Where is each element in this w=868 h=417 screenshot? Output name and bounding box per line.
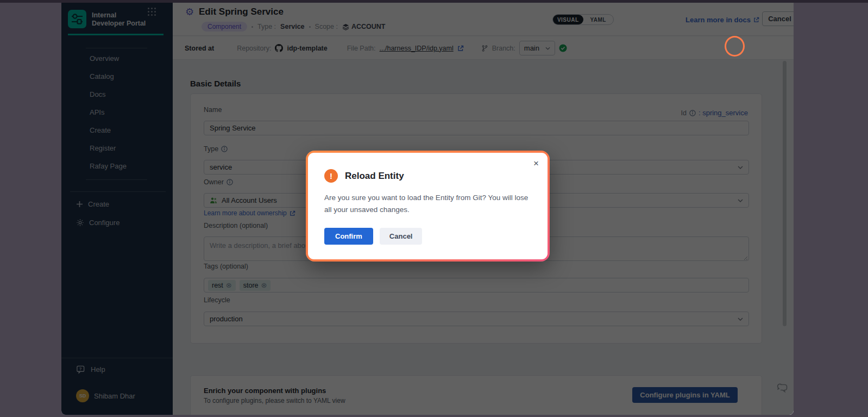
annotation-circle-reload [725,36,745,57]
close-icon[interactable]: × [533,158,539,169]
modal-cancel-button[interactable]: Cancel [380,228,423,245]
confirm-button[interactable]: Confirm [324,228,373,245]
modal-header: ! Reload Entity [324,169,531,183]
reload-entity-modal: × ! Reload Entity Are you sure you want … [308,153,548,259]
annotation-highlight-border: × ! Reload Entity Are you sure you want … [306,151,550,262]
modal-actions: Confirm Cancel [324,228,531,245]
screen: Internal Developer Portal Overview Catal… [0,0,868,417]
warning-icon: ! [324,169,338,183]
modal-title: Reload Entity [345,171,404,182]
modal-body-text: Are you sure you want to load the Entity… [324,192,532,215]
